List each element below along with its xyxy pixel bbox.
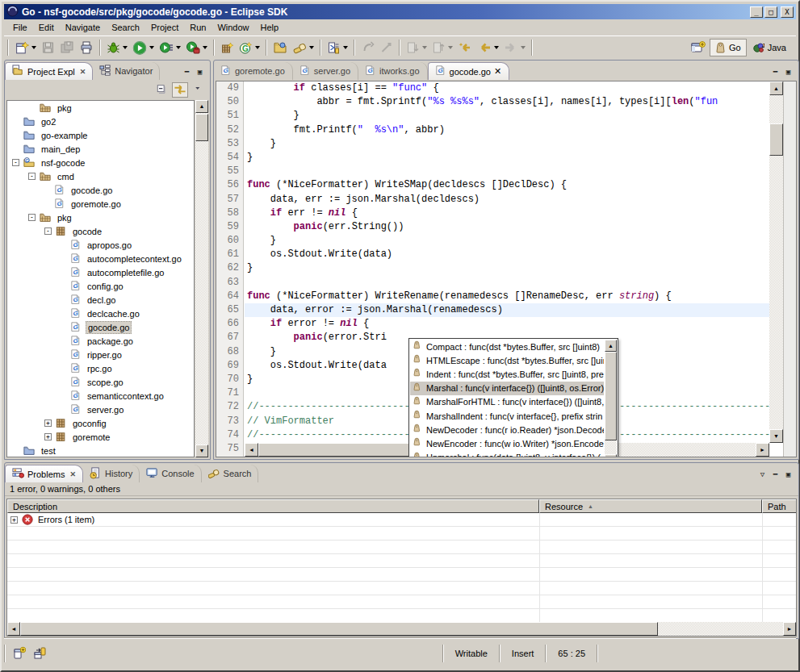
editor-scroll-left-button[interactable]: ◄ — [245, 443, 258, 457]
tab-problems[interactable]: Problems✕ — [5, 465, 83, 482]
explorer-minimize-button[interactable]: ━ — [182, 68, 192, 77]
expand-node-icon[interactable]: + — [10, 516, 18, 524]
tree-item-pkg[interactable]: -pkg — [7, 211, 194, 224]
project-tree[interactable]: pkggo2go-examplemain_dep-Gnsf-gocode-cmd… — [6, 100, 195, 457]
code-line-63[interactable] — [245, 276, 769, 290]
tree-item-server-go[interactable]: Gserver.go — [7, 403, 194, 416]
editor-tab-itworks-go[interactable]: Gitworks.go — [358, 62, 428, 80]
last-edit-location-button[interactable] — [455, 38, 475, 57]
dropdown-arrow-icon[interactable] — [343, 46, 348, 49]
code-line-59[interactable]: panic(err.String()) — [245, 220, 769, 234]
completion-proposal-htmlescape[interactable]: HTMLEscape : func(dst *bytes.Buffer, src… — [410, 353, 604, 367]
new-go-package-button[interactable] — [218, 38, 237, 57]
new-wizard-button[interactable] — [12, 38, 39, 57]
close-tab-icon[interactable]: ✕ — [494, 66, 501, 77]
problems-row-errors[interactable]: +Errors (1 item) — [7, 513, 796, 527]
perspective-go-button[interactable]: Go — [710, 39, 747, 56]
editor-scroll-right-button[interactable]: ► — [756, 443, 769, 457]
tree-item-decl-go[interactable]: Gdecl.go — [7, 293, 194, 307]
tab-search[interactable]: Search — [202, 465, 259, 482]
dropdown-arrow-icon[interactable] — [123, 46, 128, 49]
editor-maximize-button[interactable]: ▣ — [783, 68, 794, 77]
menu-window[interactable]: Window — [212, 20, 254, 35]
problems-hscrollbar-thumb[interactable] — [20, 622, 658, 636]
tree-item-cmd[interactable]: -cmd — [7, 169, 194, 183]
minimize-window-button[interactable]: _ — [750, 6, 763, 18]
close-tab-icon[interactable]: ✕ — [69, 470, 76, 478]
tree-item-gocode[interactable]: -gocode — [7, 224, 194, 238]
annotation-button[interactable] — [325, 38, 350, 57]
completion-proposal-indent[interactable]: Indent : func(dst *bytes.Buffer, src []u… — [410, 367, 604, 381]
menu-project[interactable]: Project — [145, 20, 184, 35]
collapse-node-icon[interactable]: - — [12, 159, 19, 166]
editor-scroll-down-button[interactable]: ▼ — [769, 429, 783, 443]
tree-item-go2[interactable]: go2 — [7, 115, 194, 128]
code-line-60[interactable]: } — [245, 234, 769, 248]
run-button[interactable] — [130, 38, 157, 57]
code-line-50[interactable]: abbr = fmt.Sprintf("%s %s%s", classes[i]… — [245, 95, 769, 109]
code-line-57[interactable]: data, err := json.Marshal(decldescs) — [245, 193, 769, 207]
content-assist-list[interactable]: Compact : func(dst *bytes.Buffer, src []… — [410, 340, 604, 457]
collapse-node-icon[interactable]: - — [28, 173, 36, 180]
popup-scroll-up-button[interactable]: ▲ — [605, 340, 617, 352]
fast-view-icon[interactable] — [14, 646, 26, 661]
close-tab-icon[interactable]: ✕ — [80, 68, 86, 76]
debug-button[interactable] — [104, 38, 130, 57]
code-line-52[interactable]: fmt.Printf(" %s\n", abbr) — [245, 123, 769, 137]
dropdown-arrow-icon[interactable] — [255, 46, 260, 49]
open-perspective-button[interactable] — [689, 38, 708, 57]
problems-scroll-right-button[interactable]: ► — [783, 622, 796, 636]
menu-edit[interactable]: Edit — [33, 20, 60, 35]
tree-item-main-dep[interactable]: main_dep — [7, 142, 194, 156]
tree-item-goremote-go[interactable]: Ggoremote.go — [7, 197, 194, 211]
completion-proposal-unmarshal[interactable]: Unmarshal : func(data []uint8, v interfa… — [410, 451, 604, 458]
tree-item-declcache-go[interactable]: Gdeclcache.go — [7, 307, 194, 320]
problems-view-menu-button[interactable]: ▽ — [757, 470, 768, 479]
trim-stack-icon[interactable] — [34, 646, 47, 661]
code-line-54[interactable]: } — [245, 151, 769, 165]
tree-item-config-go[interactable]: Gconfig.go — [7, 279, 194, 293]
column-header-path[interactable]: Path — [762, 499, 797, 513]
code-line-62[interactable]: } — [245, 261, 769, 275]
tree-item-goremote[interactable]: +goremote — [7, 430, 194, 444]
menu-search[interactable]: Search — [106, 20, 145, 35]
print-button[interactable] — [77, 38, 96, 57]
code-line-55[interactable] — [245, 165, 769, 178]
dropdown-arrow-icon[interactable] — [203, 46, 207, 49]
dropdown-arrow-icon[interactable] — [309, 46, 314, 49]
dropdown-arrow-icon[interactable] — [448, 46, 453, 49]
editor-scroll-up-button[interactable]: ▲ — [769, 81, 783, 95]
dropdown-arrow-icon[interactable] — [31, 46, 36, 49]
problems-table[interactable]: DescriptionResource▲Path +Errors (1 item… — [6, 499, 797, 637]
completion-proposal-newencoder[interactable]: NewEncoder : func(w io.Writer) *json.Enc… — [410, 436, 604, 450]
problems-maximize-button[interactable]: ▣ — [783, 470, 794, 479]
tree-item-ripper-go[interactable]: Gripper.go — [7, 348, 194, 361]
code-line-66[interactable]: if error != nil { — [245, 317, 769, 331]
expand-node-icon[interactable]: + — [44, 419, 52, 427]
search-button[interactable] — [290, 38, 316, 57]
editor-tab-goremote-go[interactable]: Ggoremote.go — [214, 62, 293, 80]
tree-item-go-example[interactable]: go-example — [7, 128, 194, 142]
tree-scroll-up-button[interactable]: ▲ — [195, 100, 208, 113]
collapse-node-icon[interactable]: - — [28, 214, 36, 221]
explorer-maximize-button[interactable]: ▣ — [195, 68, 205, 77]
dropdown-arrow-icon[interactable] — [494, 46, 499, 49]
tree-item-gocode-go[interactable]: Ggocode.go — [7, 183, 194, 197]
code-line-58[interactable]: if err != nil { — [245, 207, 769, 220]
title-bar[interactable]: Go - nsf-gocode/src/pkg/gocode/gocode.go… — [4, 4, 796, 19]
link-with-editor-button[interactable] — [172, 82, 188, 98]
tree-item-pkg[interactable]: pkg — [7, 101, 194, 115]
tree-item-package-go[interactable]: Gpackage.go — [7, 334, 194, 348]
tree-item-semanticcontext-go[interactable]: Gsemanticcontext.go — [7, 389, 194, 403]
dropdown-arrow-icon[interactable] — [422, 46, 427, 49]
tree-item-nsf-gocode[interactable]: -Gnsf-gocode — [7, 156, 194, 169]
menu-navigate[interactable]: Navigate — [60, 20, 106, 35]
code-line-61[interactable]: os.Stdout.Write(data) — [245, 248, 769, 261]
editor-minimize-button[interactable]: ━ — [770, 68, 781, 77]
tree-scroll-down-button[interactable]: ▼ — [195, 445, 208, 457]
view-menu-button[interactable] — [191, 82, 207, 98]
external-tools-button[interactable] — [183, 38, 210, 57]
code-line-49[interactable]: if classes[i] == "func" { — [245, 81, 769, 95]
code-line-65[interactable]: data, error := json.Marshal(renamedescs) — [245, 303, 769, 317]
maximize-window-button[interactable]: □ — [764, 6, 777, 18]
